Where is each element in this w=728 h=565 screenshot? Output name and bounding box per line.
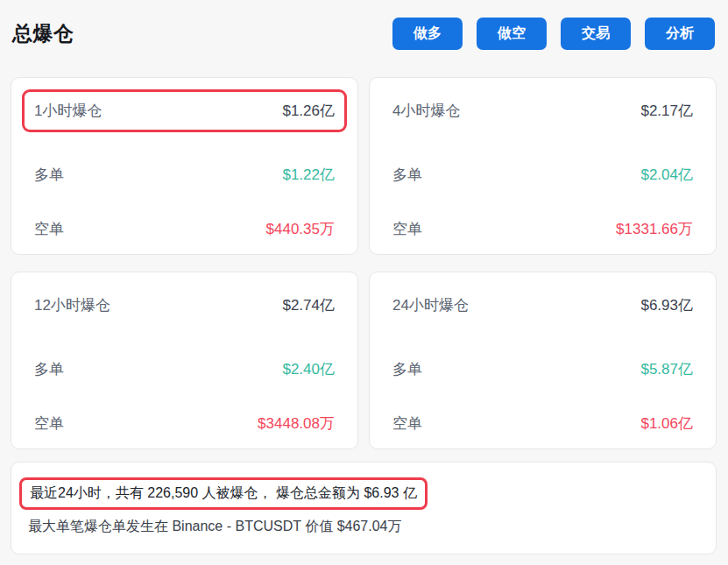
period-total: $2.74亿 — [282, 295, 335, 315]
long-value: $2.04亿 — [640, 165, 693, 185]
long-value: $2.40亿 — [282, 359, 335, 379]
summary-line-1: 最近24小时，共有 226,590 人被爆仓， 爆仓总金额为 $6.93 亿 — [30, 485, 417, 500]
period-row: 12小时爆仓 $2.74亿 — [34, 284, 335, 327]
short-button[interactable]: 做空 — [477, 18, 547, 50]
short-label: 空单 — [34, 413, 64, 434]
period-total: $2.17亿 — [640, 101, 693, 121]
highlight-box: 1小时爆仓 $1.26亿 — [22, 89, 347, 132]
period-label: 24小时爆仓 — [392, 295, 469, 315]
period-row: 4小时爆仓 $2.17亿 — [392, 89, 693, 132]
short-row: 空单 $3448.08万 — [34, 412, 335, 434]
page-title: 总爆仓 — [12, 20, 74, 47]
long-value: $1.22亿 — [282, 165, 335, 185]
period-total: $6.93亿 — [640, 295, 693, 315]
trade-button[interactable]: 交易 — [561, 18, 631, 50]
period-label: 4小时爆仓 — [392, 101, 460, 121]
long-row: 多单 $1.22亿 — [34, 164, 335, 187]
liquidation-card-4h: 4小时爆仓 $2.17亿 多单 $2.04亿 空单 $1331.66万 — [369, 77, 717, 255]
long-row: 多单 $2.04亿 — [392, 164, 693, 187]
period-row: 24小时爆仓 $6.93亿 — [392, 284, 693, 327]
short-label: 空单 — [34, 219, 64, 239]
action-buttons: 做多 做空 交易 分析 — [392, 18, 716, 50]
summary-card: 最近24小时，共有 226,590 人被爆仓， 爆仓总金额为 $6.93 亿 最… — [11, 462, 717, 554]
period-label: 12小时爆仓 — [34, 295, 110, 315]
long-label: 多单 — [392, 165, 422, 185]
long-label: 多单 — [34, 359, 64, 379]
header: 总爆仓 做多 做空 交易 分析 — [0, 0, 728, 50]
short-label: 空单 — [392, 413, 422, 434]
short-row: 空单 $1331.66万 — [392, 217, 693, 240]
liquidation-card-24h: 24小时爆仓 $6.93亿 多单 $5.87亿 空单 $1.06亿 — [369, 272, 717, 449]
summary-highlight-box: 最近24小时，共有 226,590 人被爆仓， 爆仓总金额为 $6.93 亿 — [19, 477, 428, 510]
short-row: 空单 $1.06亿 — [392, 412, 693, 434]
short-value: $1331.66万 — [616, 219, 693, 239]
long-row: 多单 $5.87亿 — [392, 358, 693, 381]
short-row: 空单 $440.35万 — [34, 217, 335, 240]
short-value: $1.06亿 — [640, 413, 693, 434]
liquidation-card-12h: 12小时爆仓 $2.74亿 多单 $2.40亿 空单 $3448.08万 — [11, 272, 358, 449]
long-label: 多单 — [34, 165, 64, 185]
long-value: $5.87亿 — [640, 359, 693, 379]
analyze-button[interactable]: 分析 — [645, 18, 715, 50]
liquidation-card-1h: 1小时爆仓 $1.26亿 多单 $1.22亿 空单 $440.35万 — [11, 77, 358, 255]
short-label: 空单 — [392, 219, 422, 239]
short-value: $3448.08万 — [258, 413, 335, 434]
long-button[interactable]: 做多 — [392, 18, 463, 50]
period-total: $1.26亿 — [282, 101, 335, 121]
period-label: 1小时爆仓 — [34, 101, 102, 121]
summary-line-2: 最大单笔爆仓单发生在 Binance - BTCUSDT 价值 $467.04万 — [28, 518, 698, 536]
long-label: 多单 — [392, 359, 422, 379]
liquidation-card-grid: 1小时爆仓 $1.26亿 多单 $1.22亿 空单 $440.35万 4小时爆仓… — [11, 77, 717, 449]
long-row: 多单 $2.40亿 — [34, 358, 335, 381]
short-value: $440.35万 — [266, 219, 335, 239]
